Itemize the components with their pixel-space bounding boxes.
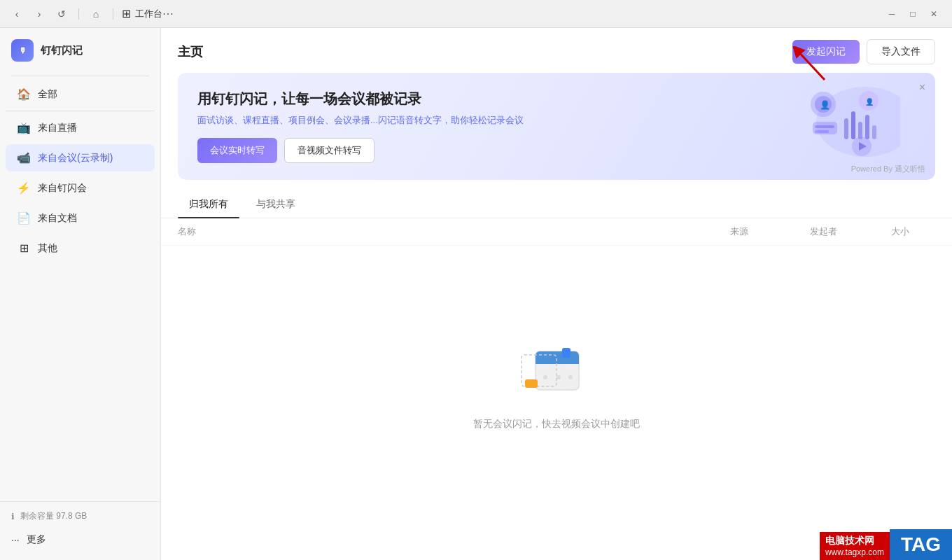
banner-illustration-svg: 👤 👤 <box>739 83 900 160</box>
banner-desc-highlight: 闪记语音转文字 <box>378 115 442 125</box>
svg-point-26 <box>556 375 561 379</box>
svg-rect-14 <box>815 125 834 128</box>
back-button[interactable]: ‹ <box>8 6 25 22</box>
sidebar-divider <box>11 76 149 76</box>
sidebar-item-dingmeeting[interactable]: ⚡ 来自钉闪会 <box>6 174 155 202</box>
start-flash-button[interactable]: 发起闪记 <box>792 40 860 64</box>
app-icon-area: ⊞ 工作台 <box>122 7 162 20</box>
titlebar-dots[interactable]: ⋯ <box>162 7 174 20</box>
titlebar-title: 工作台 <box>135 8 162 20</box>
more-dots-icon: ··· <box>11 534 20 545</box>
nav-buttons: ‹ › ↺ ⌂ ⊞ 工作台 <box>8 6 162 22</box>
page-title: 主页 <box>178 43 203 60</box>
svg-point-25 <box>543 375 547 379</box>
tabs-row: 归我所有 与我共享 <box>161 191 952 218</box>
grid-icon: ⊞ <box>122 7 131 20</box>
sidebar-divider2 <box>6 111 155 111</box>
app-name: 钉钉闪记 <box>41 44 83 57</box>
svg-rect-20 <box>536 358 579 364</box>
refresh-button[interactable]: ↺ <box>53 6 70 22</box>
watermark: 电脑技术网 www.tagxp.com TAG <box>820 529 952 560</box>
more-label: 更多 <box>27 533 46 546</box>
meeting-icon: 📹 <box>17 151 31 164</box>
home-icon: 🏠 <box>17 88 31 101</box>
minimize-button[interactable]: ─ <box>882 4 902 24</box>
sidebar-label-live: 来自直播 <box>38 122 77 134</box>
svg-rect-29 <box>525 379 538 388</box>
storage-info: ℹ 剩余容量 97.8 GB <box>11 510 149 522</box>
promo-banner: × 用钉钉闪记，让每一场会议都被记录 面试访谈、课程直播、项目例会、会议录播..… <box>178 73 935 180</box>
sidebar-label-doc: 来自文档 <box>38 212 77 225</box>
other-icon: ⊞ <box>17 241 31 255</box>
empty-text: 暂无会议闪记，快去视频会议中创建吧 <box>473 418 640 430</box>
watermark-line1: 电脑技术网 <box>825 535 884 547</box>
sidebar-label-other: 其他 <box>38 242 57 255</box>
doc-icon: 📄 <box>17 211 31 225</box>
sidebar-label-dingmeeting: 来自钉闪会 <box>38 182 87 195</box>
main-header: 主页 发起闪记 导入文件 <box>161 28 952 73</box>
col-name-header: 名称 <box>178 225 697 238</box>
storage-text: 剩余容量 97.8 GB <box>20 510 87 522</box>
app-layout: 🎙 钉钉闪记 🏠 全部 📺 来自直播 📹 来自会议(云录制) ⚡ 来自钉闪会 📄… <box>0 28 952 560</box>
tab-shared-label: 与我共享 <box>256 198 295 209</box>
more-item[interactable]: ··· 更多 <box>11 528 149 552</box>
svg-rect-15 <box>815 130 829 133</box>
banner-powered: Powered By 通义听悟 <box>851 164 925 174</box>
main-content: 主页 发起闪记 导入文件 × 用钉钉闪记，让每一场会议都被记录 面试访 <box>161 28 952 560</box>
maximize-button[interactable]: □ <box>903 4 923 24</box>
svg-rect-9 <box>851 111 855 139</box>
flash-icon: ⚡ <box>17 181 31 195</box>
empty-state: 暂无会议闪记，快去视频会议中创建吧 <box>161 246 952 560</box>
sidebar-item-doc[interactable]: 📄 来自文档 <box>6 204 155 232</box>
nav-separator <box>78 8 79 20</box>
svg-rect-8 <box>844 118 848 139</box>
tab-shared[interactable]: 与我共享 <box>245 191 307 218</box>
nav-separator2 <box>113 8 113 20</box>
col-source-header: 来源 <box>697 225 781 238</box>
empty-illustration <box>514 334 598 404</box>
banner-desc-plain: 面试访谈、课程直播、项目例会、会议录播... <box>197 115 378 125</box>
sidebar-label-all: 全部 <box>38 88 57 101</box>
banner-illustration: 👤 👤 <box>739 83 900 160</box>
sidebar-item-meeting[interactable]: 📹 来自会议(云录制) <box>6 144 155 172</box>
banner-desc-suffix: ，助你轻松记录会议 <box>442 115 524 125</box>
col-creator-header: 发起者 <box>781 225 865 238</box>
sidebar: 🎙 钉钉闪记 🏠 全部 📺 来自直播 📹 来自会议(云录制) ⚡ 来自钉闪会 📄… <box>0 28 161 560</box>
svg-rect-12 <box>872 125 876 139</box>
tab-mine[interactable]: 归我所有 <box>178 191 239 218</box>
empty-svg <box>514 334 598 404</box>
close-button[interactable]: ✕ <box>924 4 944 24</box>
import-file-button[interactable]: 导入文件 <box>867 39 935 64</box>
svg-text:👤: 👤 <box>820 99 830 110</box>
window-controls: ─ □ ✕ <box>882 4 944 24</box>
sidebar-label-meeting: 来自会议(云录制) <box>38 152 113 164</box>
app-logo: 🎙 <box>11 39 34 62</box>
sidebar-item-live[interactable]: 📺 来自直播 <box>6 114 155 141</box>
titlebar: ‹ › ↺ ⌂ ⊞ 工作台 ⋯ ─ □ ✕ <box>0 0 952 28</box>
logo-icon: 🎙 <box>19 46 27 55</box>
header-buttons: 发起闪记 导入文件 <box>792 39 935 64</box>
audio-convert-button[interactable]: 音视频文件转写 <box>284 138 374 163</box>
realtime-convert-button[interactable]: 会议实时转写 <box>197 138 277 163</box>
svg-point-27 <box>568 375 573 379</box>
home-button[interactable]: ⌂ <box>88 6 104 22</box>
watermark-line2: www.tagxp.com <box>825 547 884 557</box>
sidebar-item-all[interactable]: 🏠 全部 <box>6 80 155 108</box>
live-icon: 📺 <box>17 121 31 134</box>
watermark-text-area: 电脑技术网 www.tagxp.com <box>820 532 890 560</box>
forward-button[interactable]: › <box>31 6 48 22</box>
tab-mine-label: 归我所有 <box>189 198 228 209</box>
banner-close-button[interactable]: × <box>919 81 925 94</box>
storage-icon: ℹ <box>11 512 15 522</box>
sidebar-bottom: ℹ 剩余容量 97.8 GB ··· 更多 <box>0 501 160 560</box>
svg-text:👤: 👤 <box>865 97 874 106</box>
col-size-header: 大小 <box>865 225 935 238</box>
sidebar-item-other[interactable]: ⊞ 其他 <box>6 234 155 262</box>
svg-rect-30 <box>562 348 570 358</box>
watermark-tag: TAG <box>890 529 952 560</box>
sidebar-header: 🎙 钉钉闪记 <box>0 34 160 73</box>
svg-rect-11 <box>865 115 869 139</box>
table-header: 名称 来源 发起者 大小 <box>161 218 952 246</box>
